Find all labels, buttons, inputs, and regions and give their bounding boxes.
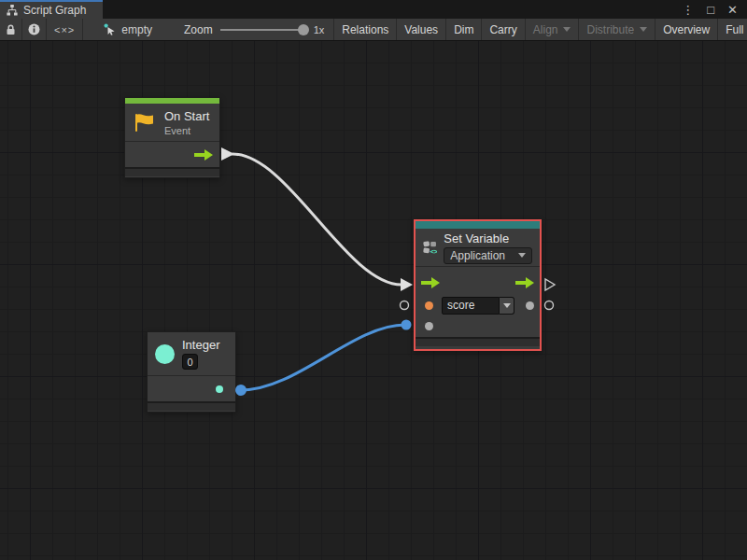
- external-output-port-circle[interactable]: [545, 301, 554, 310]
- code-view-button[interactable]: <×>: [47, 19, 83, 40]
- lock-icon: [6, 24, 16, 35]
- node-title: On Start: [164, 109, 209, 123]
- value-input-port[interactable]: [425, 322, 433, 330]
- control-input-port[interactable]: [421, 277, 440, 288]
- integer-header: Integer 0: [148, 332, 235, 375]
- node-integer[interactable]: Integer 0: [147, 331, 236, 413]
- carry-button[interactable]: Carry: [481, 19, 524, 40]
- window-close-icon[interactable]: ✕: [727, 4, 738, 16]
- node-subtitle: Event: [164, 125, 209, 136]
- node-on-start[interactable]: On Start Event: [124, 97, 220, 178]
- control-edge-end-cap: [401, 278, 413, 291]
- info-button[interactable]: [22, 19, 47, 40]
- zoom-control: Zoom 1x: [184, 19, 333, 40]
- control-edge-start-cap: [221, 147, 234, 161]
- zoom-label: Zoom: [184, 23, 213, 36]
- on-start-header: On Start Event: [125, 104, 219, 141]
- node-set-variable[interactable]: <> Set Variable Application: [414, 219, 542, 351]
- flag-icon: [133, 112, 157, 133]
- script-graph-icon: [7, 5, 18, 16]
- window-controls: ⋮ □ ✕: [682, 0, 747, 19]
- control-output-port[interactable]: [194, 149, 213, 161]
- info-icon: [28, 23, 40, 35]
- zoom-value: 1x: [314, 24, 325, 35]
- toolbar-right-group: Relations Values Dim Carry Align Distrib…: [333, 19, 747, 40]
- variable-scope-dropdown[interactable]: Application: [444, 247, 532, 264]
- tab-title: Script Graph: [23, 4, 86, 17]
- name-input-port[interactable]: [425, 301, 433, 310]
- align-button[interactable]: Align: [525, 19, 579, 40]
- value-edge[interactable]: [241, 325, 405, 390]
- lock-button[interactable]: [0, 19, 22, 40]
- breadcrumb-label: empty: [121, 23, 152, 36]
- values-button[interactable]: Values: [396, 19, 445, 40]
- window-maximize-icon[interactable]: □: [707, 4, 714, 16]
- variable-name-dropdown-button[interactable]: [500, 297, 514, 315]
- variable-name-field[interactable]: score: [442, 297, 500, 315]
- distribute-button-label: Distribute: [586, 23, 634, 36]
- graph-pointer-icon: [104, 23, 116, 35]
- graph-canvas[interactable]: On Start Event Integer 0: [0, 41, 747, 560]
- variables-icon: <>: [423, 234, 437, 260]
- teal-circle-icon: [155, 344, 175, 364]
- external-output-port-triangle[interactable]: [545, 279, 555, 290]
- chevron-down-icon: [503, 303, 511, 308]
- node-title: Set Variable: [444, 231, 532, 245]
- node-title: Integer: [182, 338, 219, 352]
- node-footer: [125, 167, 219, 176]
- variable-name-combo: score: [442, 297, 514, 315]
- chevron-down-icon: [640, 27, 647, 32]
- value-output-port[interactable]: [526, 301, 534, 310]
- integer-output-port[interactable]: [216, 385, 223, 393]
- set-variable-body: score: [416, 266, 540, 337]
- on-start-body: [125, 141, 219, 167]
- graph-breadcrumb[interactable]: empty: [98, 19, 158, 40]
- variable-scope-value: Application: [450, 249, 505, 262]
- zoom-slider-handle[interactable]: [298, 24, 309, 35]
- chevron-down-icon: [518, 253, 526, 258]
- control-port-row: [416, 271, 540, 295]
- overview-button[interactable]: Overview: [655, 19, 717, 40]
- value-edge-end-cap: [402, 320, 412, 330]
- align-button-label: Align: [533, 23, 558, 36]
- fullscreen-button[interactable]: Full Screen: [717, 19, 747, 40]
- value-edge-start-cap: [235, 385, 247, 396]
- integer-value-field[interactable]: 0: [182, 354, 198, 370]
- value-input-row: [416, 315, 540, 336]
- distribute-button[interactable]: Distribute: [578, 19, 655, 40]
- zoom-slider[interactable]: [220, 29, 306, 31]
- node-footer: [416, 337, 540, 346]
- svg-text:<>: <>: [430, 247, 437, 256]
- script-graph-window: Script Graph ⋮ □ ✕ <×>: [0, 0, 747, 560]
- edges-layer: [0, 41, 747, 560]
- chevron-down-icon: [563, 27, 571, 32]
- set-variable-header: <> Set Variable Application: [416, 229, 540, 266]
- control-output-port[interactable]: [515, 277, 534, 288]
- dim-button[interactable]: Dim: [445, 19, 481, 40]
- titlebar: Script Graph ⋮ □ ✕: [0, 0, 747, 19]
- node-footer: [148, 401, 235, 411]
- relations-button[interactable]: Relations: [333, 19, 396, 40]
- integer-body: [148, 375, 235, 401]
- variable-name-row: score: [416, 295, 540, 315]
- control-flow-edge[interactable]: [233, 154, 402, 285]
- graph-toolbar: <×> empty Zoom 1x Relations Values Dim C…: [0, 19, 747, 41]
- tab-script-graph[interactable]: Script Graph: [0, 0, 103, 19]
- window-menu-icon[interactable]: ⋮: [682, 4, 694, 16]
- node-color-bar: [416, 221, 540, 229]
- external-input-port-circle[interactable]: [401, 301, 409, 310]
